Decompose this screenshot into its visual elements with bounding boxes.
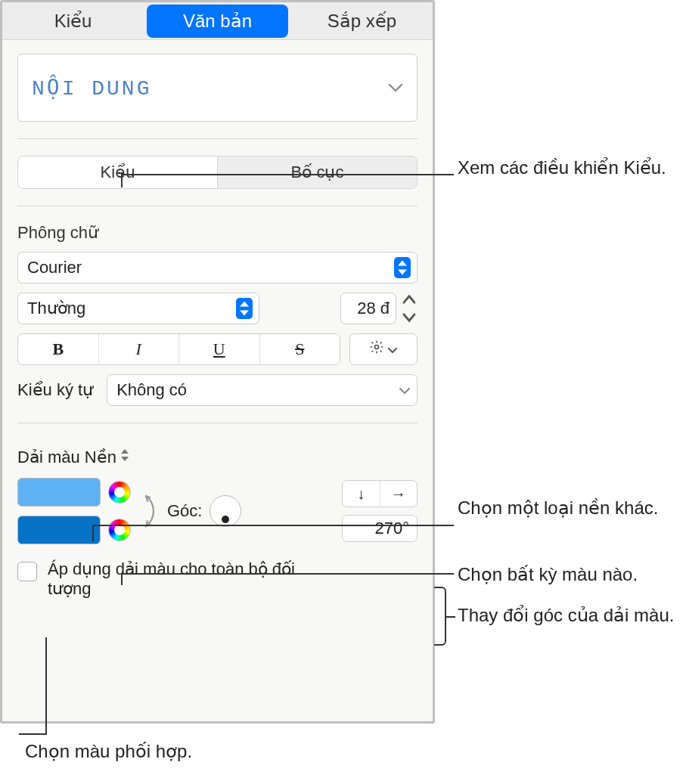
text-subtabs: Kiểu Bố cục bbox=[17, 156, 417, 189]
leader-line bbox=[92, 525, 454, 526]
font-size-stepper[interactable] bbox=[401, 294, 417, 323]
callout-change-angle: Thay đổi góc của dải màu. bbox=[458, 603, 674, 627]
direction-segment: ↓ → bbox=[342, 480, 417, 507]
gear-icon bbox=[369, 339, 384, 359]
gradient-color-2-well[interactable] bbox=[17, 516, 101, 544]
color-picker-2-button[interactable] bbox=[108, 519, 131, 541]
apply-whole-object-label: Áp dụng dải màu cho toàn bộ đối tượng bbox=[48, 559, 343, 599]
leader-line bbox=[121, 573, 454, 575]
leader-line bbox=[92, 525, 94, 541]
bold-button[interactable]: B bbox=[18, 334, 99, 364]
strikethrough-button[interactable]: S bbox=[260, 334, 340, 364]
leader-line bbox=[121, 174, 454, 175]
tab-arrange[interactable]: Sắp xếp bbox=[291, 2, 433, 40]
angle-knob[interactable] bbox=[210, 495, 241, 527]
font-section-label: Phông chữ bbox=[17, 223, 417, 243]
angle-field[interactable]: 270° bbox=[342, 515, 417, 542]
angle-label: Góc: bbox=[167, 501, 202, 521]
divider bbox=[17, 423, 417, 423]
chevron-down-icon bbox=[388, 78, 403, 98]
callout-any-color: Chọn bất kỳ màu nào. bbox=[458, 562, 638, 586]
select-indicator-icon bbox=[236, 298, 253, 319]
font-weight-value: Thường bbox=[27, 299, 85, 318]
bracket bbox=[434, 587, 446, 646]
divider bbox=[17, 138, 417, 139]
text-style-segment: B I U S bbox=[17, 333, 340, 365]
italic-button[interactable]: I bbox=[99, 334, 180, 364]
font-family-value: Courier bbox=[27, 258, 82, 277]
swap-colors-button[interactable] bbox=[134, 478, 164, 544]
paragraph-style-popup[interactable]: NỘI DUNG bbox=[17, 54, 417, 122]
tab-text[interactable]: Văn bản bbox=[147, 5, 288, 38]
underline-button[interactable]: U bbox=[179, 334, 260, 364]
character-style-label: Kiểu ký tự bbox=[17, 380, 93, 400]
panel-tabbar: Kiểu Văn bản Sắp xếp bbox=[2, 2, 433, 40]
leader-line bbox=[446, 616, 455, 618]
leader-line bbox=[121, 573, 123, 585]
svg-point-0 bbox=[375, 346, 379, 349]
leader-line bbox=[19, 733, 47, 735]
character-style-value: Không có bbox=[116, 380, 187, 400]
font-weight-popup[interactable]: Thường bbox=[17, 293, 259, 324]
chevron-down-icon bbox=[387, 339, 398, 359]
advanced-gear-button[interactable] bbox=[349, 333, 417, 365]
fill-type-value: Dải màu Nền bbox=[17, 448, 116, 467]
gradient-color-1-well[interactable] bbox=[17, 478, 101, 507]
font-size-field[interactable]: 28 đ bbox=[340, 293, 396, 324]
select-indicator-icon bbox=[394, 257, 411, 278]
callout-coord-color: Chọn màu phối hợp. bbox=[25, 739, 192, 763]
leader-line bbox=[121, 174, 123, 187]
character-style-popup[interactable]: Không có bbox=[107, 374, 417, 406]
apply-whole-object-checkbox[interactable] bbox=[17, 562, 37, 581]
format-panel: Kiểu Văn bản Sắp xếp NỘI DUNG Kiểu Bố cụ… bbox=[0, 0, 435, 724]
direction-down-button[interactable]: ↓ bbox=[343, 481, 380, 507]
tab-style[interactable]: Kiểu bbox=[2, 2, 144, 40]
direction-right-button[interactable]: → bbox=[380, 481, 417, 507]
callout-style-controls: Xem các điều khiển Kiểu. bbox=[458, 156, 666, 179]
paragraph-style-name: NỘI DUNG bbox=[32, 75, 151, 101]
chevron-down-icon bbox=[399, 380, 411, 400]
color-picker-1-button[interactable] bbox=[108, 481, 131, 504]
font-family-popup[interactable]: Courier bbox=[17, 252, 417, 284]
subtab-style[interactable]: Kiểu bbox=[18, 156, 218, 188]
select-indicator-icon bbox=[120, 448, 130, 467]
callout-other-fill: Chọn một loại nền khác. bbox=[458, 496, 658, 519]
divider bbox=[17, 206, 417, 206]
subtab-layout[interactable]: Bố cục bbox=[218, 156, 417, 188]
fill-type-popup[interactable]: Dải màu Nền bbox=[17, 448, 130, 467]
leader-line bbox=[45, 637, 47, 733]
